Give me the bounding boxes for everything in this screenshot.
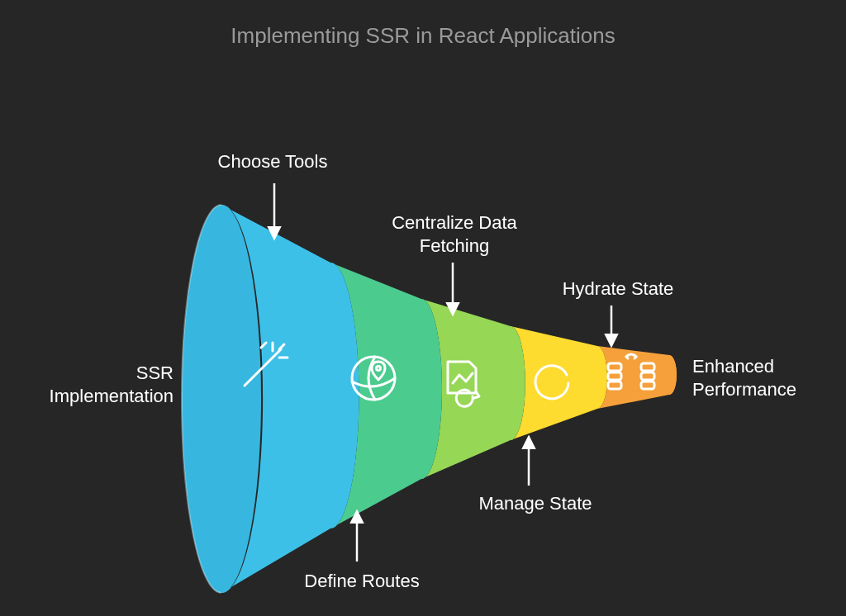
label-centralize: Centralize Data Fetching [364,211,545,257]
label-hydrate: Hydrate State [535,277,701,301]
left-label: SSR Implementation [17,362,173,407]
label-manage-state: Manage State [453,492,618,515]
label-choose-tools: Choose Tools [190,150,355,173]
right-label: Enhanced Performance [692,355,833,400]
funnel-diagram [0,0,846,616]
funnel-end-cap [662,355,677,395]
label-define-routes: Define Routes [279,570,444,593]
